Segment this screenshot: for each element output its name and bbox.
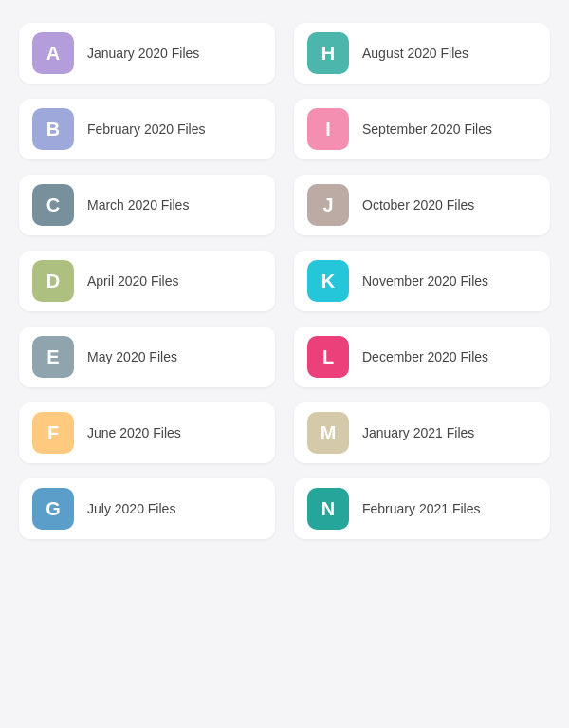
label-b: February 2020 Files — [87, 121, 206, 138]
label-e: May 2020 Files — [87, 348, 177, 365]
badge-k: K — [307, 260, 349, 302]
label-c: March 2020 Files — [87, 196, 189, 214]
label-i: September 2020 Files — [362, 121, 492, 138]
card-j[interactable]: JOctober 2020 Files — [294, 175, 550, 235]
label-f: June 2020 Files — [87, 424, 181, 441]
label-m: January 2021 Files — [362, 424, 474, 441]
card-f[interactable]: FJune 2020 Files — [19, 402, 275, 463]
card-i[interactable]: ISeptember 2020 Files — [294, 99, 550, 159]
badge-g: G — [32, 488, 74, 530]
card-d[interactable]: DApril 2020 Files — [19, 251, 275, 311]
badge-e: E — [32, 336, 74, 378]
badge-d: D — [32, 260, 74, 302]
label-g: July 2020 Files — [87, 500, 175, 517]
file-grid: AJanuary 2020 FilesHAugust 2020 FilesBFe… — [19, 23, 550, 539]
badge-n: N — [307, 488, 349, 530]
label-h: August 2020 Files — [362, 45, 468, 62]
badge-f: F — [32, 412, 74, 454]
badge-b: B — [32, 108, 74, 150]
badge-m: M — [307, 412, 349, 454]
card-c[interactable]: CMarch 2020 Files — [19, 175, 275, 235]
label-l: December 2020 Files — [362, 348, 488, 365]
card-m[interactable]: MJanuary 2021 Files — [294, 402, 550, 463]
label-d: April 2020 Files — [87, 272, 179, 289]
card-n[interactable]: NFebruary 2021 Files — [294, 478, 550, 539]
card-g[interactable]: GJuly 2020 Files — [19, 478, 275, 539]
card-l[interactable]: LDecember 2020 Files — [294, 327, 550, 387]
card-e[interactable]: EMay 2020 Files — [19, 327, 275, 387]
label-a: January 2020 Files — [87, 45, 199, 62]
card-k[interactable]: KNovember 2020 Files — [294, 251, 550, 311]
badge-l: L — [307, 336, 349, 378]
badge-h: H — [307, 32, 349, 74]
badge-j: J — [307, 184, 349, 226]
card-b[interactable]: BFebruary 2020 Files — [19, 99, 275, 159]
badge-a: A — [32, 32, 74, 74]
label-k: November 2020 Files — [362, 272, 488, 289]
badge-c: C — [32, 184, 74, 226]
label-j: October 2020 Files — [362, 196, 474, 214]
card-h[interactable]: HAugust 2020 Files — [294, 23, 550, 84]
label-n: February 2021 Files — [362, 500, 481, 517]
badge-i: I — [307, 108, 349, 150]
card-a[interactable]: AJanuary 2020 Files — [19, 23, 275, 84]
